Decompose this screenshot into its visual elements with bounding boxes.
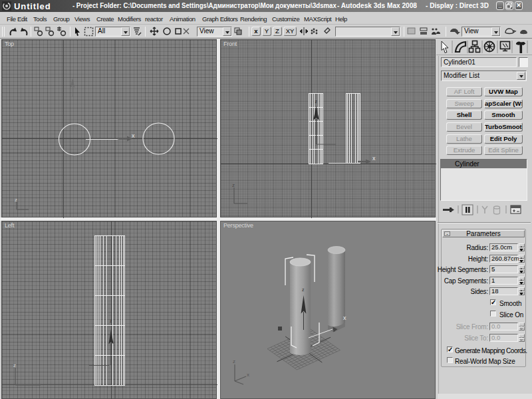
svg-text:z: z	[232, 182, 235, 188]
svg-text:z: z	[110, 319, 112, 323]
svg-text:z: z	[13, 362, 16, 368]
svg-text:z: z	[15, 197, 17, 203]
svg-text:z: z	[233, 358, 235, 364]
svg-text:x: x	[247, 372, 249, 378]
svg-text:x: x	[343, 315, 346, 321]
svg-text:x: x	[132, 132, 135, 139]
svg-text:x: x	[372, 155, 376, 162]
svg-text:z: z	[315, 99, 318, 104]
svg-text:z: z	[302, 287, 305, 292]
